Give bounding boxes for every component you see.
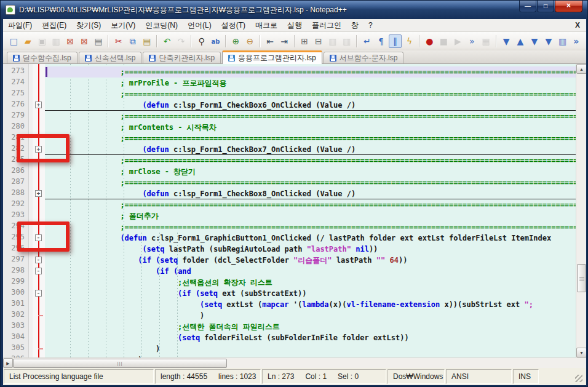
- nav-prev-icon[interactable]: ▲: [514, 34, 527, 48]
- fold-collapse-icon[interactable]: -: [35, 290, 42, 297]
- function-list-icon[interactable]: ϟ: [403, 34, 416, 48]
- code-line-286[interactable]: ; mrClose - 창닫기: [45, 166, 576, 177]
- menu-item-2[interactable]: 찾기(S): [71, 19, 106, 32]
- code-line-297[interactable]: (if (setq folder (dcl_SelectFolder "리습폴더…: [45, 255, 576, 266]
- zoom-in-icon[interactable]: ⊕: [229, 34, 242, 48]
- menu-item-11[interactable]: ?: [364, 20, 378, 31]
- menu-item-7[interactable]: 매크로: [250, 19, 282, 32]
- code-line-303[interactable]: ;선택한 폴더속의 파일리스트: [45, 321, 576, 332]
- macro-play-icon: ▶: [451, 34, 464, 48]
- vertical-scroll-thumb[interactable]: [577, 264, 586, 292]
- horizontal-scroll-thumb[interactable]: |||: [13, 359, 227, 368]
- fold-expand-icon[interactable]: +: [35, 102, 42, 108]
- fold-collapse-icon[interactable]: -: [35, 257, 42, 263]
- open-file-icon[interactable]: ▰: [22, 34, 34, 48]
- scroll-right-arrow[interactable]: ▶: [3, 358, 13, 368]
- menu-item-0[interactable]: 파일(F): [3, 19, 37, 32]
- code-line-298[interactable]: (if (and: [45, 266, 576, 277]
- code-line-285[interactable]: ;=======================================…: [45, 155, 576, 166]
- word-wrap-icon[interactable]: ↵: [360, 34, 373, 48]
- tab-신속선택.lsp[interactable]: 신속선택.lsp: [79, 52, 142, 63]
- tab-단축키관리자.lsp[interactable]: 단축키관리자.lsp: [143, 52, 221, 63]
- undo-icon[interactable]: ↶: [161, 34, 173, 48]
- code-line-276[interactable]: (defun c:lsp_Form1_CheckBox6_OnClicked (…: [45, 100, 576, 111]
- menu-item-3[interactable]: 보기(V): [106, 19, 140, 32]
- macro-run-multiple-icon[interactable]: »: [466, 34, 479, 48]
- show-all-chars-icon[interactable]: ¶: [375, 34, 387, 48]
- horizontal-scrollbar[interactable]: ◀ ||| ▶: [3, 357, 586, 368]
- code-line-305[interactable]: ): [45, 343, 576, 354]
- editor-area[interactable]: 2732742752762792802812822852862872882922…: [3, 64, 586, 357]
- tab-서브함수-문자.lsp[interactable]: 서브함수-문자.lsp: [324, 52, 404, 63]
- menu-item-5[interactable]: 언어(L): [183, 19, 217, 32]
- nav-next-icon[interactable]: ▼: [528, 34, 541, 48]
- fold-cell: -: [33, 266, 45, 277]
- menu-item-10[interactable]: 창: [346, 19, 364, 32]
- code-line-292[interactable]: ;=======================================…: [45, 199, 576, 210]
- code-line-281[interactable]: ;=======================================…: [45, 133, 576, 144]
- close-button[interactable]: ×: [555, 1, 582, 12]
- code-line-275[interactable]: ;=======================================…: [45, 89, 576, 100]
- code-line-300[interactable]: (if (setq ext (subStrcatExt)): [45, 288, 576, 299]
- print-icon[interactable]: ▤: [92, 34, 105, 48]
- nav-first-icon[interactable]: ▼: [500, 34, 513, 48]
- close-file-icon[interactable]: ⊠: [64, 34, 77, 48]
- fold-margin[interactable]: +++----: [33, 64, 45, 357]
- nav-last-icon[interactable]: ▼: [542, 34, 555, 48]
- macro-record-icon[interactable]: ●: [423, 34, 436, 48]
- code-line-279[interactable]: ;=======================================…: [45, 111, 576, 122]
- code-line-299[interactable]: ;선택옵션의 확장자 리스트: [45, 277, 576, 288]
- code-line-282[interactable]: (defun c:lsp_Form1_CheckBox7_OnClicked (…: [45, 144, 576, 155]
- unfold-all-icon[interactable]: ⊟: [312, 34, 325, 48]
- indent-left-icon[interactable]: ⇤: [264, 34, 277, 48]
- menu-item-8[interactable]: 실행: [282, 19, 307, 32]
- fold-expand-icon[interactable]: +: [35, 190, 42, 197]
- maximize-button[interactable]: □: [537, 1, 554, 12]
- code-line-301[interactable]: (setq extLst (mapcar '(lambda(x)(vl-file…: [45, 299, 576, 310]
- code-line-280[interactable]: ; mrContents - 시작목차: [45, 122, 576, 133]
- toolbar-overflow-icon[interactable]: »: [570, 34, 582, 48]
- doc-monitor-icon[interactable]: ▥: [556, 34, 569, 48]
- window-controls: — □ ×: [518, 1, 582, 12]
- copy-icon[interactable]: ⧉: [126, 34, 139, 48]
- code-text-area[interactable]: ;=======================================…: [45, 64, 576, 357]
- code-line-302[interactable]: ): [45, 310, 576, 321]
- code-line-296[interactable]: (setq lastPath (subRegiAutoLoad path "la…: [45, 244, 576, 255]
- paste-icon[interactable]: ▤: [140, 34, 153, 48]
- menu-item-9[interactable]: 플러그인: [307, 19, 346, 32]
- menubar-close-button[interactable]: X: [569, 21, 586, 30]
- notepad-app-icon: [6, 5, 15, 15]
- vertical-scrollbar[interactable]: ▲ ▼: [576, 64, 586, 357]
- zoom-out-icon[interactable]: ⊖: [244, 34, 256, 48]
- code-line-295[interactable]: (defun c:lsp_Form1_GraphicButton1_OnClic…: [45, 233, 576, 244]
- title-bar[interactable]: D:₩LISP₩00-MrLISP₩MrLISP관리자₩응용프로그램관리자₩응용…: [1, 1, 588, 19]
- menu-item-6[interactable]: 설정(T): [217, 19, 250, 32]
- code-line-273[interactable]: ;=======================================…: [45, 66, 576, 78]
- fold-expand-icon[interactable]: +: [35, 146, 42, 153]
- tab-응용프로그램관리자.lsp[interactable]: 응용프로그램관리자.lsp: [222, 50, 322, 64]
- fold-collapse-icon[interactable]: -: [35, 268, 42, 274]
- code-line-287[interactable]: ;=======================================…: [45, 177, 576, 188]
- code-line-293[interactable]: ; 폴더추가: [45, 210, 576, 221]
- code-line-288[interactable]: (defun c:lsp_Form1_CheckBox8_OnClicked (…: [45, 188, 576, 199]
- scroll-down-arrow[interactable]: ▼: [576, 348, 586, 357]
- show-indent-guide-icon[interactable]: ∥: [389, 34, 402, 48]
- scroll-up-arrow[interactable]: ▲: [576, 64, 586, 74]
- tab-달수함수집.lsp[interactable]: 달수함수집.lsp: [7, 52, 77, 63]
- code-line-304[interactable]: (setq folderFileLst (subFolderInFile fol…: [45, 332, 576, 343]
- doc-switcher-icon: ▥: [326, 34, 339, 48]
- menu-item-4[interactable]: 인코딩(N): [140, 19, 183, 32]
- close-all-icon[interactable]: ⊠: [78, 34, 91, 48]
- replace-icon[interactable]: ab: [209, 34, 222, 48]
- minimize-button[interactable]: —: [519, 1, 536, 12]
- menu-item-1[interactable]: 편집(E): [37, 19, 71, 32]
- find-icon[interactable]: ⚲: [195, 34, 208, 48]
- new-file-icon[interactable]: □: [7, 34, 20, 48]
- fold-all-icon[interactable]: ⊞: [298, 34, 311, 48]
- code-line-294[interactable]: ;=======================================…: [45, 221, 576, 233]
- indent-right-icon[interactable]: ⇥: [278, 34, 291, 48]
- fold-collapse-icon[interactable]: -: [35, 234, 42, 241]
- separator-comment: ;=======================================…: [120, 112, 576, 121]
- code-line-274[interactable]: ; mrProFile - 프로파일적용: [45, 78, 576, 89]
- cut-icon[interactable]: ✂: [112, 34, 125, 48]
